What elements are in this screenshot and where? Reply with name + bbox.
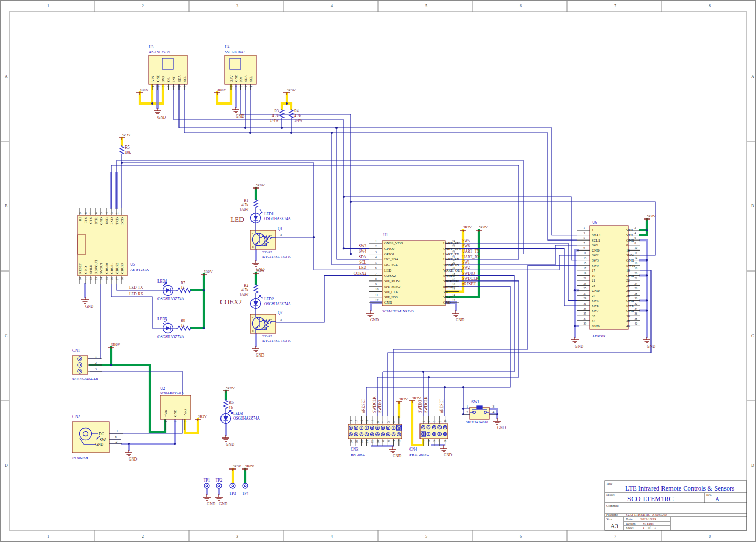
power-flag-3R3V: 3R3V [214, 88, 226, 95]
rev-label: Rev. [706, 493, 712, 496]
pin-number: 1 [164, 421, 167, 422]
component-text: TO-92 [262, 250, 272, 254]
gnd-glyph [494, 418, 501, 424]
gnd-glyph [452, 310, 459, 317]
pin-number: 6 [433, 421, 436, 422]
net-label: 10k [125, 150, 131, 155]
gnd-label: GND [158, 115, 166, 120]
net-label: R5 [125, 145, 130, 150]
net-label: R2 [244, 283, 248, 288]
CN1-body[interactable] [72, 356, 88, 374]
pin-number: 39 [584, 322, 587, 325]
pin-number: 4 [493, 411, 495, 414]
power-flag-5R0V: 5R0V [223, 386, 235, 393]
pin-name: SW4 [626, 253, 634, 257]
ground-symbol: GND [215, 494, 228, 506]
pin-number: 10 [79, 277, 82, 280]
pin-name: SW1 [592, 243, 599, 247]
led1-symbol [251, 210, 263, 223]
net-label: 1/4W [270, 118, 279, 123]
pin-name: 26 [626, 289, 630, 293]
component-U4: 53.3V4GND3IO42SDA1SCLU4SSCI-071697 [225, 45, 256, 90]
pin-name: 40 [626, 324, 630, 328]
net-label: LED [359, 265, 366, 270]
power-flag-5R0V: 5R0V [644, 214, 656, 221]
net-label: LED [230, 215, 244, 223]
power-flag-3R3V: 3R3V [396, 397, 408, 404]
border-column-label: 8 [709, 4, 711, 8]
pin-number: 1 [151, 86, 154, 87]
size-value: A3 [610, 522, 618, 530]
net-label: 1/4W [239, 293, 249, 297]
pin-number: 15 [360, 420, 363, 423]
net-label: OSG8HA3Z74A [158, 335, 184, 339]
pin-number: 2 [397, 440, 401, 442]
gnd-label: GND [256, 353, 265, 358]
net-label: LED4 [158, 279, 167, 284]
pin-number: 8 [382, 440, 385, 442]
pin-number: 14 [100, 277, 103, 280]
border-row-label: B [5, 204, 7, 209]
pin-name: GND [99, 217, 103, 225]
component-ref: CN4 [410, 447, 417, 452]
pin-number: 36 [635, 312, 638, 315]
pin-number: 7 [375, 272, 377, 275]
component-CN2: 132DCSWGNDCN2PJ-002AH [72, 414, 123, 460]
pin-name: LED [384, 268, 391, 272]
border-column-label: 6 [520, 534, 522, 539]
pin-number: 11 [371, 420, 374, 423]
power-label: 5R0V [204, 269, 213, 274]
component-part: ADRSIR [592, 334, 606, 338]
pin-number: 2 [244, 86, 247, 87]
gnd-glyph [252, 260, 259, 266]
pin-number: 34 [635, 307, 638, 310]
border-column-label: 1 [47, 4, 49, 8]
component-ref: U5 [130, 262, 135, 267]
pin-number: 4 [392, 440, 395, 442]
pin-number: 11 [84, 277, 87, 280]
ground-symbol: GND [222, 435, 235, 447]
pin-name: SPI_CLK [384, 290, 398, 294]
pin-number: 14 [452, 294, 455, 297]
gnd-label: GND [456, 318, 465, 322]
component-part: AE-TSL25721 [149, 50, 171, 54]
pin-number: 6 [387, 440, 390, 442]
net-label: LED2 [264, 297, 274, 301]
power-label: 3R3V [399, 397, 408, 401]
pin-number: 4 [375, 256, 377, 259]
pin-number: 4 [167, 86, 170, 87]
pin-number: 11 [375, 294, 379, 297]
pin-number: 5 [230, 86, 233, 87]
pin-number: 16 [360, 440, 363, 443]
net-label: nRESET [439, 399, 444, 413]
pin-number: 3 [392, 421, 395, 423]
net-label: R3 [274, 109, 279, 113]
pin-number: 2 [116, 212, 119, 214]
pin-name: 36 [626, 314, 630, 318]
pin-number: 2 [467, 411, 468, 414]
pin-name: RESET [78, 263, 82, 274]
component-text: TO-92 [262, 334, 272, 338]
power-flag-5R0V: 5R0V [108, 342, 120, 349]
net-label: SWDCLK [372, 396, 377, 413]
power-label: 3R3V [140, 88, 149, 92]
net-label: SWDCLK [462, 276, 479, 281]
pin-number: 1 [117, 430, 118, 433]
pin-name: RI [78, 217, 82, 221]
r6-resistor-symbol [224, 399, 228, 410]
net-label: 1k [181, 323, 185, 328]
pin-name: SW3 [592, 258, 599, 262]
border-column-label: 7 [614, 4, 616, 8]
pin-number: 31 [584, 302, 587, 305]
pin-name: GND [592, 289, 600, 293]
pin-name: 38 [626, 319, 630, 322]
power-label: 3R3V [233, 464, 242, 468]
net-label: R1 [244, 198, 248, 203]
component-CN1: 123CN1961103-6404-AR [72, 348, 102, 381]
component-text: E [252, 246, 254, 248]
pin-number: 4 [235, 86, 238, 87]
CN3-body[interactable] [348, 424, 402, 439]
net-label: LED TX [129, 285, 143, 290]
pin-name: IO4 [239, 76, 243, 82]
net-label: SWDCLK [424, 396, 428, 413]
